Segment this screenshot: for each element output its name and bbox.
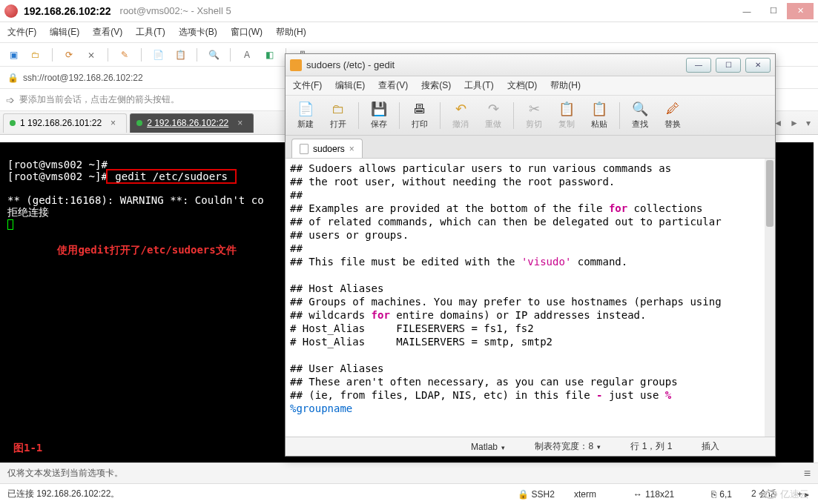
minimize-button[interactable]: — [733,3,760,19]
figure-label: 图1-1 [13,442,42,455]
gedit-menu-view[interactable]: 查看(V) [378,79,408,92]
replace-icon: 🖉 [664,101,681,117]
copy-icon: 📋 [558,101,575,117]
color-icon[interactable]: ◧ [262,47,277,62]
tab-close-icon[interactable]: × [111,118,116,128]
language-selector[interactable]: Matlab ▾ [471,442,505,452]
session-tab-2[interactable]: 2 192.168.26.102:22 × [130,113,254,133]
cut-icon: ✂ [526,101,542,117]
save-icon: 💾 [371,101,387,117]
menu-window[interactable]: 窗口(W) [231,26,263,39]
new-session-icon[interactable]: ▣ [6,47,21,62]
gedit-document-tabs: sudoers × [286,136,775,158]
gedit-menu-tools[interactable]: 工具(T) [464,79,493,92]
window-controls: — ☐ ✕ [733,3,814,19]
file-icon [300,144,309,154]
close-button[interactable]: ✕ [787,3,814,19]
gedit-maximize-button[interactable]: ☐ [716,58,741,73]
editor-scrollbar[interactable] [765,159,775,437]
protocol: SSH2 [532,489,555,500]
gedit-close-button[interactable]: ✕ [745,58,771,73]
term-size: 118x21 [645,489,674,500]
status-dot-icon [10,120,16,126]
tab-label: 1 192.168.26.101:22 [20,118,102,128]
redo-icon: ↷ [485,101,501,117]
term-type: xterm [574,489,596,500]
gedit-menu-file[interactable]: 文件(F) [293,79,322,92]
copy-icon[interactable]: 📄 [151,47,165,62]
editor-area[interactable]: ## Sudoers allows particular users to ru… [286,158,775,437]
compose-hint[interactable]: 仅将文本发送到当前选项卡。 [7,467,123,480]
print-button[interactable]: 🖶打印 [404,101,435,130]
find-icon[interactable]: 🔍 [206,47,221,62]
tab-close-icon[interactable]: × [237,118,243,128]
lock-icon: 🔒 [7,73,19,83]
gedit-window: sudoers (/etc) - gedit — ☐ ✕ 文件(F) 编辑(E)… [285,53,776,457]
status-bar: 已连接 192.168.26.102:22。 🔒 SSH2 xterm ↔ 11… [0,483,818,504]
paste-icon[interactable]: 📋 [173,47,188,62]
xshell-menubar: 文件(F) 编辑(E) 查看(V) 工具(T) 选项卡(B) 窗口(W) 帮助(… [0,22,818,43]
tabrow-menu-icon[interactable]: ▾ [806,118,811,128]
address-text[interactable]: ssh://root@192.168.26.102:22 [23,73,143,83]
status-dot-icon [136,120,142,126]
gedit-menubar: 文件(F) 编辑(E) 查看(V) 搜索(S) 工具(T) 文档(D) 帮助(H… [286,76,775,96]
hint-arrow-icon[interactable]: ➩ [6,94,15,106]
find-button[interactable]: 🔍查找 [624,101,656,130]
menu-help[interactable]: 帮助(H) [276,26,306,39]
gedit-titlebar[interactable]: sudoers (/etc) - gedit — ☐ ✕ [286,54,775,76]
gedit-menu-documents[interactable]: 文档(D) [507,79,538,92]
folder-open-icon: 🗀 [330,101,346,117]
disconnect-icon[interactable]: ⨯ [84,47,99,62]
gedit-statusbar: Matlab ▾ 制表符宽度：8 ▾ 行 1，列 1 插入 [286,437,775,456]
menu-file[interactable]: 文件(F) [7,26,36,39]
gedit-menu-search[interactable]: 搜索(S) [421,79,451,92]
maximize-button[interactable]: ☐ [760,3,787,19]
replace-button[interactable]: 🖉替换 [657,101,688,130]
hamburger-icon[interactable]: ≡ [804,467,811,480]
copy-button: 📋复制 [551,101,582,130]
insert-mode: 插入 [702,440,719,453]
terminal-cursor [7,219,13,230]
cursor-position: 行 1，列 1 [630,440,672,453]
title-host: 192.168.26.102:22 [24,5,111,17]
gedit-title: sudoers (/etc) - gedit [306,59,395,70]
close-tab-icon[interactable]: × [349,144,354,154]
paste-button[interactable]: 📋粘贴 [584,101,615,130]
gedit-minimize-button[interactable]: — [686,58,711,73]
session-tab-1[interactable]: 1 192.168.26.101:22 × [3,113,127,133]
document-tab[interactable]: sudoers × [291,139,363,158]
compose-bar: 仅将文本发送到当前选项卡。 ≡ [0,462,818,483]
undo-button[interactable]: ↶撤消 [445,101,476,130]
highlighted-command: gedit /etc/sudoers [108,170,236,182]
menu-view[interactable]: 查看(V) [93,26,122,39]
lock-icon: 🔒 [518,489,529,500]
reconnect-icon[interactable]: ⟳ [62,47,76,62]
watermark-logo-icon [764,490,777,499]
tabwidth-selector[interactable]: 制表符宽度：8 ▾ [535,440,601,453]
gedit-menu-edit[interactable]: 编辑(E) [335,79,365,92]
gedit-menu-help[interactable]: 帮助(H) [550,79,581,92]
font-icon[interactable]: A [240,47,254,62]
document-tab-label: sudoers [313,144,345,154]
new-button[interactable]: 📄新建 [290,101,321,130]
tabrow-right-icon[interactable]: ► [790,118,799,128]
scrollbar-thumb[interactable] [766,160,774,227]
annotation-text: 使用gedit打开了/etc/sudoers文件 [57,244,236,256]
file-new-icon: 📄 [297,101,314,117]
search-icon: 🔍 [632,101,648,117]
hint-text: 要添加当前会话，点击左侧的箭头按钮。 [19,93,179,106]
title-app: root@vms002:~ - Xshell 5 [120,5,231,16]
print-icon: 🖶 [412,101,428,117]
save-button[interactable]: 💾保存 [363,101,395,130]
properties-icon[interactable]: ✎ [117,47,132,62]
cut-button: ✂剪切 [518,101,550,130]
menu-tools[interactable]: 工具(T) [136,26,165,39]
open-icon[interactable]: 🗀 [28,47,43,62]
menu-edit[interactable]: 编辑(E) [50,26,79,39]
open-button[interactable]: 🗀打开 [323,101,354,130]
menu-tabs[interactable]: 选项卡(B) [179,26,217,39]
undo-icon: ↶ [452,101,469,117]
redo-button: ↷重做 [478,101,509,130]
xshell-titlebar: 192.168.26.102:22 root@vms002:~ - Xshell… [0,0,818,22]
paste-icon: 📋 [591,101,607,117]
